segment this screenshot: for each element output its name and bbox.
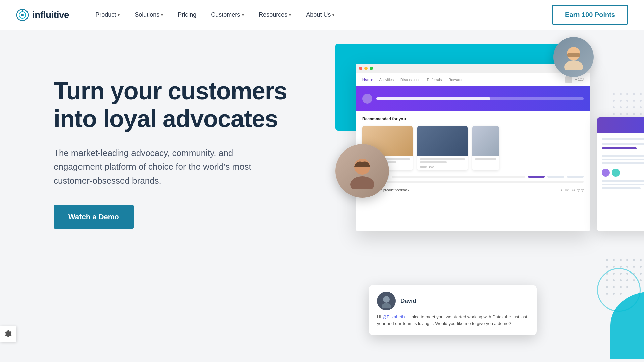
svg-point-12 <box>613 100 615 102</box>
svg-rect-54 <box>567 53 580 57</box>
svg-point-21 <box>620 106 622 108</box>
action-bar-highlight <box>528 176 545 178</box>
side-card-accent <box>602 147 637 149</box>
logo[interactable]: influitive <box>16 9 69 21</box>
side-card-line <box>602 155 644 157</box>
logo-icon <box>16 9 29 21</box>
svg-point-59 <box>620 259 622 261</box>
mockup-points: ✦ 123 <box>575 78 584 81</box>
card-line <box>475 158 496 160</box>
mockup-nav-home: Home <box>362 76 373 83</box>
nav-item-customers[interactable]: Customers ▾ <box>205 9 250 21</box>
side-card-avatars <box>602 169 644 177</box>
mockup-progress-track <box>376 97 584 100</box>
sub-action-line <box>362 181 584 183</box>
avatar-woman <box>335 144 389 198</box>
svg-point-53 <box>564 60 583 70</box>
mockup-card-2-image <box>417 126 468 156</box>
nav-item-pricing[interactable]: Pricing <box>172 9 202 21</box>
chat-avatar <box>377 292 396 310</box>
mockup-navbar: Home Activities Discussions Referrals Re… <box>356 73 590 86</box>
card-line <box>420 161 447 163</box>
nav-item-resources[interactable]: Resources ▾ <box>253 9 297 21</box>
avatar-david-svg <box>380 294 393 308</box>
chevron-down-icon: ▾ <box>161 13 163 17</box>
notification-meta: ● 502 <box>561 188 569 192</box>
chevron-down-icon: ▾ <box>289 13 291 17</box>
avatar-man-svg <box>560 44 587 70</box>
chat-mention: @Elizabeth <box>382 314 405 319</box>
svg-point-2 <box>21 14 24 16</box>
chevron-down-icon: ▾ <box>242 13 244 17</box>
hero-title: Turn your customers into loyal advocates <box>54 77 315 133</box>
side-card-line <box>602 187 641 189</box>
svg-point-86 <box>640 279 642 281</box>
svg-point-24 <box>640 106 642 108</box>
gear-icon <box>4 330 12 338</box>
brand-name: influitive <box>32 10 69 20</box>
side-card-line <box>602 159 644 160</box>
svg-point-30 <box>626 113 628 115</box>
svg-point-66 <box>613 266 615 268</box>
svg-point-58 <box>613 259 615 261</box>
settings-gear-button[interactable] <box>0 326 16 342</box>
svg-point-65 <box>606 266 608 268</box>
side-card-line <box>602 143 644 145</box>
side-avatar <box>602 169 610 177</box>
chat-bubble: David Hi @Elizabeth — nice to meet you, … <box>369 285 537 335</box>
window-close-dot <box>359 67 362 70</box>
svg-point-60 <box>626 259 628 261</box>
svg-point-8 <box>640 93 642 95</box>
nav-item-about[interactable]: About Us ▾ <box>300 9 340 21</box>
nav-item-product[interactable]: Product ▾ <box>89 9 126 21</box>
mockup-user-avatar <box>362 94 372 104</box>
mockup-header-bar <box>356 86 590 111</box>
avatar-man <box>553 37 594 77</box>
card-points: 100 <box>429 165 434 168</box>
side-card-line <box>602 162 644 164</box>
svg-point-68 <box>626 266 628 268</box>
app-mockup-main: Home Activities Discussions Referrals Re… <box>356 64 590 231</box>
svg-point-69 <box>633 266 635 268</box>
mockup-body: Recommended for you 100 <box>356 111 590 199</box>
svg-point-32 <box>640 113 642 115</box>
svg-point-16 <box>640 100 642 102</box>
hero-section: Turn your customers into loyal advocates… <box>0 30 644 362</box>
action-bar-item3 <box>567 176 584 178</box>
side-card-line <box>602 184 644 185</box>
notification-meta2: ●● by by <box>572 188 584 192</box>
svg-point-31 <box>633 113 635 115</box>
side-card-line <box>602 138 644 140</box>
mockup-cards: 100 100 <box>362 126 584 170</box>
svg-point-78 <box>640 273 642 275</box>
chevron-down-icon: ▾ <box>118 13 120 17</box>
chat-message: Hi @Elizabeth — nice to meet you, we sta… <box>377 314 529 327</box>
svg-point-20 <box>613 106 615 108</box>
svg-point-95 <box>382 303 391 308</box>
mockup-nav-activities: Activities <box>379 76 394 83</box>
card-meta <box>420 166 427 168</box>
svg-point-56 <box>350 176 374 189</box>
hero-content: Turn your customers into loyal advocates… <box>54 57 315 229</box>
svg-point-7 <box>633 93 635 95</box>
mockup-nav-referrals: Referrals <box>427 76 442 83</box>
mockup-card-3-image <box>472 126 499 156</box>
chat-header: David <box>377 292 529 310</box>
mockup-card-2: 100 <box>417 126 468 170</box>
svg-point-13 <box>620 100 622 102</box>
hero-visual: // inline dots via SVG pattern - drawn v… <box>335 44 644 345</box>
mockup-progress-fill <box>376 97 490 100</box>
hero-subtitle: The market-leading advocacy, community, … <box>54 146 282 188</box>
side-card-line <box>602 180 644 182</box>
mockup-nav-rewards: Rewards <box>448 76 463 83</box>
svg-point-14 <box>626 100 628 102</box>
watch-demo-button[interactable]: Watch a Demo <box>54 205 134 229</box>
nav-links: Product ▾ Solutions ▾ Pricing Customers … <box>89 9 552 21</box>
svg-point-23 <box>633 106 635 108</box>
chat-sender-name: David <box>400 298 416 304</box>
side-card-header <box>597 117 644 133</box>
svg-point-28 <box>613 113 615 115</box>
svg-point-62 <box>640 259 642 261</box>
earn-points-button[interactable]: Earn 100 Points <box>552 5 628 25</box>
nav-item-solutions[interactable]: Solutions ▾ <box>128 9 169 21</box>
